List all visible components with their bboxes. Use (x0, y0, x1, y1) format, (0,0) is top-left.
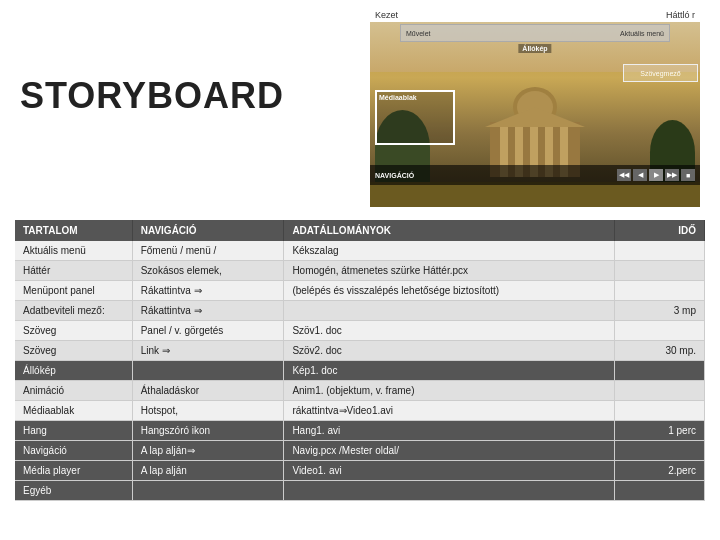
page-title: STORYBOARD (20, 75, 284, 117)
cell-adatallomanyok: (belépés és visszalépés lehetősége bizto… (284, 281, 615, 301)
nav-bar: NAVIGÁCIÓ ◀◀ ◀ ▶ ▶▶ ■ (370, 165, 700, 185)
top-section: STORYBOARD Kezet Háttló r (0, 0, 720, 220)
diagram-container: Kezet Háttló r (370, 10, 700, 210)
cell-ido (615, 281, 705, 301)
cell-navigacio: Panel / v. görgetés (132, 321, 284, 341)
table-row: SzövegPanel / v. görgetésSzöv1. doc (15, 321, 705, 341)
nav-btn-2[interactable]: ◀ (633, 169, 647, 181)
mediaablak-box: Médiaablak (375, 90, 455, 145)
cell-adatallomanyok: Anim1. (objektum, v. frame) (284, 381, 615, 401)
cell-navigacio (132, 361, 284, 381)
cell-adatallomanyok: rákattintva⇒Video1.avi (284, 401, 615, 421)
cell-adatallomanyok: Kép1. doc (284, 361, 615, 381)
table-row: HangHangszóró ikonHang1. avi1 perc (15, 421, 705, 441)
table-row: NavigációA lap alján⇒Navig.pcx /Mester o… (15, 441, 705, 461)
cell-tartalom: Szöveg (15, 321, 132, 341)
table-section: TARTALOM NAVIGÁCIÓ ADATÁLLOMÁNYOK IDŐ Ak… (15, 220, 705, 501)
nav-btn-3[interactable]: ▶ (649, 169, 663, 181)
cell-adatallomanyok: Kékszalag (284, 241, 615, 261)
header-ido: IDŐ (615, 220, 705, 241)
cell-navigacio: Rákattintva ⇒ (132, 281, 284, 301)
diagram-inner: Művelet Aktuális menü Állókép Szövegmező… (370, 22, 700, 207)
diagram-top-bar: Kezet Háttló r (370, 10, 700, 20)
table-body: Aktuális menüFőmenü / menü /KékszalagHát… (15, 241, 705, 501)
cell-tartalom: Navigáció (15, 441, 132, 461)
table-row: Aktuális menüFőmenü / menü /Kékszalag (15, 241, 705, 261)
header-adatallomanyok: ADATÁLLOMÁNYOK (284, 220, 615, 241)
diagram-area: Kezet Háttló r (370, 10, 700, 210)
table-row: Média playerA lap aljánVideo1. avi2.perc (15, 461, 705, 481)
table-row: SzövegLink ⇒Szöv2. doc30 mp. (15, 341, 705, 361)
table-row: HáttérSzokásos elemek,Homogén, átmenetes… (15, 261, 705, 281)
allokep-label: Állókép (518, 44, 551, 53)
cell-ido (615, 241, 705, 261)
cell-navigacio: Hotspot, (132, 401, 284, 421)
navigacio-diagram-label: NAVIGÁCIÓ (375, 172, 414, 179)
cell-navigacio: Szokásos elemek, (132, 261, 284, 281)
cell-ido (615, 261, 705, 281)
nav-btn-4[interactable]: ▶▶ (665, 169, 679, 181)
cell-adatallomanyok: Video1. avi (284, 461, 615, 481)
header-tartalom: TARTALOM (15, 220, 132, 241)
cell-tartalom: Menüpont panel (15, 281, 132, 301)
cell-ido (615, 361, 705, 381)
header-navigacio: NAVIGÁCIÓ (132, 220, 284, 241)
table-row: ÁllóképKép1. doc (15, 361, 705, 381)
aktualis-label: Aktuális menü (620, 30, 664, 37)
cell-tartalom: Média player (15, 461, 132, 481)
table-header-row: TARTALOM NAVIGÁCIÓ ADATÁLLOMÁNYOK IDŐ (15, 220, 705, 241)
cell-tartalom: Médiaablak (15, 401, 132, 421)
nav-btn-1[interactable]: ◀◀ (617, 169, 631, 181)
cell-tartalom: Állókép (15, 361, 132, 381)
cell-adatallomanyok (284, 301, 615, 321)
cell-ido (615, 321, 705, 341)
table-row: MédiaablakHotspot,rákattintva⇒Video1.avi (15, 401, 705, 421)
diagram-label-hattlo: Háttló r (666, 10, 695, 20)
title-area: STORYBOARD (20, 15, 284, 117)
cell-adatallomanyok (284, 481, 615, 501)
cell-tartalom: Hang (15, 421, 132, 441)
cell-ido (615, 481, 705, 501)
cell-ido: 3 mp (615, 301, 705, 321)
cell-ido: 2.perc (615, 461, 705, 481)
nav-btn-5[interactable]: ■ (681, 169, 695, 181)
top-overlay-bar: Művelet Aktuális menü (400, 24, 670, 42)
table-row: AnimációÁthaladáskorAnim1. (objektum, v.… (15, 381, 705, 401)
cell-adatallomanyok: Szöv2. doc (284, 341, 615, 361)
table-row: Menüpont panelRákattintva ⇒(belépés és v… (15, 281, 705, 301)
cell-ido: 30 mp. (615, 341, 705, 361)
ground (370, 182, 700, 207)
cell-navigacio: Hangszóró ikon (132, 421, 284, 441)
cell-adatallomanyok: Hang1. avi (284, 421, 615, 441)
cell-ido (615, 441, 705, 461)
cell-navigacio: Rákattintva ⇒ (132, 301, 284, 321)
mediaablak-label: Médiaablak (379, 94, 417, 101)
nav-controls: ◀◀ ◀ ▶ ▶▶ ■ (617, 169, 695, 181)
cell-adatallomanyok: Szöv1. doc (284, 321, 615, 341)
table-row: Adatbeviteli mező:Rákattintva ⇒3 mp (15, 301, 705, 321)
cell-ido (615, 381, 705, 401)
cell-ido: 1 perc (615, 421, 705, 441)
cell-navigacio: A lap alján⇒ (132, 441, 284, 461)
cell-tartalom: Háttér (15, 261, 132, 281)
cell-navigacio: Link ⇒ (132, 341, 284, 361)
diagram-label-kezet: Kezet (375, 10, 398, 20)
cell-navigacio: Áthaladáskor (132, 381, 284, 401)
cell-navigacio: Főmenü / menü / (132, 241, 284, 261)
cell-adatallomanyok: Homogén, átmenetes szürke Háttér.pcx (284, 261, 615, 281)
cell-ido (615, 401, 705, 421)
cell-navigacio (132, 481, 284, 501)
szovegmezo-box: Szövegmező (623, 64, 698, 82)
cell-tartalom: Szöveg (15, 341, 132, 361)
svg-marker-8 (485, 107, 585, 127)
szovegmezo-label: Szövegmező (640, 70, 680, 77)
cell-tartalom: Adatbeviteli mező: (15, 301, 132, 321)
cell-navigacio: A lap alján (132, 461, 284, 481)
table-row: Egyéb (15, 481, 705, 501)
muvelet-label: Művelet (406, 30, 431, 37)
cell-tartalom: Aktuális menü (15, 241, 132, 261)
content-table: TARTALOM NAVIGÁCIÓ ADATÁLLOMÁNYOK IDŐ Ak… (15, 220, 705, 501)
cell-adatallomanyok: Navig.pcx /Mester oldal/ (284, 441, 615, 461)
cell-tartalom: Egyéb (15, 481, 132, 501)
cell-tartalom: Animáció (15, 381, 132, 401)
